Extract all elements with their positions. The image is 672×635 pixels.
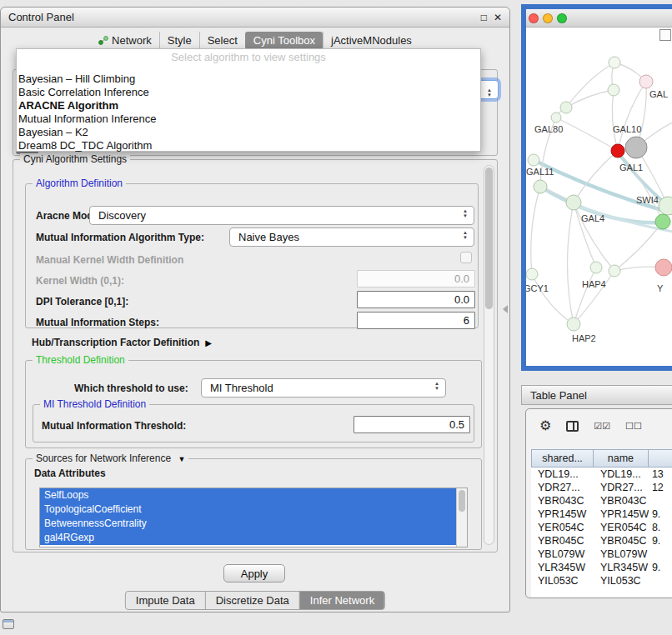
tab-jactivemnodules[interactable]: jActiveMNodules [323, 32, 419, 49]
minimized-panel-icon[interactable] [3, 619, 14, 629]
network-node[interactable] [567, 318, 580, 331]
attribute-topologicalcoefficient[interactable]: TopologicalCoefficient [40, 502, 456, 517]
network-node[interactable] [566, 195, 581, 210]
column-header-name[interactable]: name [594, 449, 649, 468]
apply-button[interactable]: Apply [223, 564, 285, 582]
column-header-shared-name[interactable]: shared... [531, 449, 594, 468]
data-attributes-list[interactable]: SelfLoopsTopologicalCoefficientBetweenne… [39, 488, 468, 548]
attribute-betweennesscentrality[interactable]: BetweennessCentrality [40, 517, 456, 531]
scrollbar-thumb[interactable] [459, 490, 465, 512]
settings-scrollbar[interactable] [484, 165, 494, 545]
table-row[interactable]: YBR043CYBR043C [531, 494, 672, 508]
table-row[interactable]: YER054CYER054C8. [531, 521, 672, 534]
algorithm-option-dream8-dc-tdc-algorithm[interactable]: Dream8 DC_TDC Algorithm [17, 139, 480, 152]
gear-icon[interactable]: ⚙ [539, 419, 551, 432]
network-node[interactable] [526, 268, 538, 280]
which-threshold-label: Which threshold to use: [74, 382, 188, 394]
close-window-icon[interactable] [529, 13, 539, 23]
network-node[interactable] [560, 102, 572, 113]
birdseye-toggle-icon[interactable] [659, 29, 671, 41]
manual-kernel-checkbox[interactable] [460, 252, 472, 263]
aracne-mode-select[interactable]: Discovery ▲▼ [89, 206, 474, 225]
table-row[interactable]: YBR045CYBR045C9. [531, 534, 672, 548]
network-canvas-area[interactable]: GALGAL80GAL10GAL11GAL1SWI4GAL4GCY1HAP4HA… [526, 28, 672, 366]
sources-group-title[interactable]: Sources for Network Inference ▼ [33, 452, 188, 464]
node-label: GAL [649, 89, 668, 99]
tab-infer-network[interactable]: Infer Network [299, 592, 384, 609]
scrollbar-thumb[interactable] [485, 168, 493, 309]
attribute-gal4rgexp[interactable]: gal4RGexp [40, 531, 456, 545]
table-cell: YLR345W [531, 562, 594, 573]
network-node[interactable] [609, 265, 620, 277]
network-edge[interactable] [612, 90, 618, 151]
network-edge[interactable] [574, 268, 596, 324]
table-row[interactable]: YPR145WYPR145W9. [531, 508, 672, 521]
network-node[interactable] [528, 154, 539, 166]
attribute-selfloops[interactable]: SelfLoops [40, 488, 456, 502]
network-node[interactable] [655, 259, 672, 276]
algorithm-option-mutual-information-inference[interactable]: Mutual Information Inference [17, 112, 480, 126]
which-threshold-select[interactable]: MI Threshold ▲▼ [201, 378, 446, 398]
network-node[interactable] [534, 180, 547, 193]
kernel-width-label: Kernel Width (0,1): [36, 275, 124, 287]
algorithm-option-bayesian-hill-climbing[interactable]: Bayesian – Hill Climbing [17, 72, 480, 86]
table-row[interactable]: YDL19...YDL19...13 [531, 468, 672, 481]
close-panel-icon[interactable]: ✕ [494, 12, 502, 23]
panel-resize-handle[interactable] [503, 305, 508, 313]
algorithm-option-bayesian-k2[interactable]: Bayesian – K2 [17, 126, 480, 139]
network-edge[interactable] [531, 187, 540, 274]
dpi-tolerance-input[interactable] [357, 291, 475, 308]
table-cell: YIL053C [594, 575, 649, 587]
network-node[interactable] [609, 57, 620, 68]
manual-kernel-label: Manual Kernel Width Definition [36, 254, 183, 266]
table-row[interactable]: YLR345WYLR345W9. [531, 561, 672, 574]
hub-definition-expander[interactable]: Hub/Transcription Factor Definition ▶ [32, 337, 212, 348]
show-columns-icon[interactable] [566, 421, 579, 432]
network-edge[interactable] [556, 118, 618, 151]
node-label: GAL4 [581, 213, 604, 223]
network-node[interactable] [655, 214, 670, 229]
attributes-scrollbar[interactable] [456, 488, 467, 547]
table-cell: YDR27... [594, 482, 649, 493]
unselect-all-columns-icon[interactable]: ☐☐ [625, 421, 642, 432]
network-node[interactable] [625, 137, 647, 158]
algorithm-option-basic-correlation-inference[interactable]: Basic Correlation Inference [17, 86, 480, 99]
tab-label: Cyni Toolbox [253, 34, 315, 47]
tab-discretize-data[interactable]: Discretize Data [205, 592, 299, 609]
mi-steps-input[interactable] [357, 312, 475, 329]
tab-impute-data[interactable]: Impute Data [126, 592, 205, 609]
network-node[interactable] [611, 144, 624, 158]
select-all-columns-icon[interactable]: ☑☑ [594, 421, 610, 432]
table-row[interactable]: YIL053CYIL053C [531, 574, 672, 588]
float-window-icon[interactable]: □ [481, 12, 487, 23]
table-cell: YBR045C [594, 535, 649, 547]
table-cell: 12 [649, 482, 672, 493]
expand-right-icon: ▶ [205, 338, 212, 348]
column-header-partial[interactable] [649, 449, 672, 468]
network-view-window[interactable]: GALGAL80GAL10GAL11GAL1SWI4GAL4GCY1HAP4HA… [521, 4, 672, 371]
kernel-width-input[interactable] [357, 270, 475, 288]
network-node[interactable] [551, 112, 561, 122]
zoom-window-icon[interactable] [557, 13, 567, 23]
hub-definition-label: Hub/Transcription Factor Definition [32, 337, 199, 348]
table-panel-titlebar[interactable]: Table Panel [521, 385, 672, 405]
network-node[interactable] [590, 262, 602, 273]
network-window-titlebar[interactable] [526, 9, 672, 28]
algorithm-option-aracne-algorithm[interactable]: ARACNE Algorithm [17, 99, 480, 112]
tab-style[interactable]: Style [159, 32, 199, 49]
network-edge[interactable] [534, 160, 672, 216]
tab-network[interactable]: Network [91, 32, 159, 49]
network-node[interactable] [639, 75, 653, 88]
tab-cyni-toolbox[interactable]: Cyni Toolbox [245, 32, 323, 49]
table-row[interactable]: YBL079WYBL079W [531, 548, 672, 561]
network-edge[interactable] [568, 202, 574, 324]
table-row[interactable]: YDR27...YDR27...12 [531, 481, 672, 494]
mi-algorithm-type-select[interactable]: Naive Bayes ▲▼ [229, 228, 474, 247]
network-edge[interactable] [566, 62, 614, 108]
mi-threshold-input[interactable] [354, 416, 470, 433]
table-cell: YER054C [594, 522, 649, 533]
control-panel-titlebar[interactable]: Control Panel □ ✕ [1, 8, 509, 28]
minimize-window-icon[interactable] [543, 13, 553, 23]
network-node[interactable] [608, 84, 619, 96]
tab-select[interactable]: Select [199, 32, 245, 49]
